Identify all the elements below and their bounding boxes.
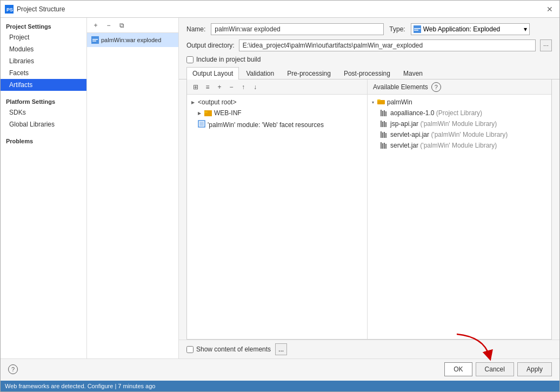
- output-dir-label: Output directory:: [186, 42, 235, 49]
- svg-rect-18: [385, 111, 386, 116]
- svg-rect-22: [385, 122, 386, 127]
- ok-button[interactable]: OK: [444, 362, 472, 376]
- available-content: ▾ palmWin: [368, 95, 551, 339]
- tab-maven[interactable]: Maven: [397, 67, 429, 79]
- sidebar-item-libraries[interactable]: Libraries: [1, 55, 86, 67]
- close-button[interactable]: ✕: [544, 4, 555, 15]
- sidebar: Project Settings Project Modules Librari…: [1, 18, 87, 358]
- jar-icon: [381, 120, 388, 128]
- svg-rect-2: [91, 36, 99, 44]
- bottom-strip: Show content of elements ...: [179, 340, 559, 358]
- svg-rect-3: [92, 39, 98, 40]
- sidebar-item-modules[interactable]: Modules: [1, 43, 86, 55]
- tree-remove-btn[interactable]: −: [226, 82, 237, 92]
- folder-icon: [377, 98, 385, 106]
- avail-item-servlet: servlet.jar ('palmWin' Module Library): [368, 140, 551, 151]
- tree-sort-btn[interactable]: ≡: [202, 82, 213, 92]
- svg-rect-29: [384, 143, 385, 149]
- jar-icon: [381, 131, 388, 138]
- type-select[interactable]: Web Application: Exploded ▾: [411, 23, 530, 35]
- add-artifact-button[interactable]: +: [90, 20, 101, 31]
- tree-move-down-btn[interactable]: ↓: [250, 82, 261, 92]
- name-type-row: Name: Type: Web Application: Exploded: [186, 23, 552, 35]
- svg-rect-15: [381, 110, 382, 116]
- svg-rect-7: [414, 30, 418, 31]
- avail-item-jsp-api: jsp-api.jar ('palmWin' Module Library): [368, 118, 551, 129]
- svg-rect-12: [199, 122, 204, 126]
- tab-content: ⊞ ≡ + − ↑ ↓ ▶ <output root> ▶: [186, 79, 552, 340]
- title-bar-left: PS Project Structure: [5, 5, 65, 14]
- tree-move-up-btn[interactable]: ↑: [238, 82, 249, 92]
- sidebar-item-project[interactable]: Project: [1, 31, 86, 43]
- tree-add-btn[interactable]: +: [214, 82, 225, 92]
- svg-text:PS: PS: [6, 7, 13, 12]
- svg-rect-4: [92, 41, 96, 42]
- platform-settings-heading: Platform Settings: [1, 95, 86, 107]
- avail-item-servlet-api: servlet-api.jar ('palmWin' Module Librar…: [368, 129, 551, 140]
- available-help-button[interactable]: ?: [431, 82, 441, 92]
- cancel-button[interactable]: Cancel: [476, 362, 514, 376]
- app-icon: PS: [5, 5, 14, 14]
- remove-artifact-button[interactable]: −: [103, 20, 114, 31]
- copy-artifact-button[interactable]: ⧉: [116, 20, 127, 31]
- name-label: Name:: [186, 25, 205, 33]
- tab-pre-processing[interactable]: Pre-processing: [281, 67, 337, 79]
- name-input[interactable]: [211, 23, 384, 35]
- sidebar-item-sdks[interactable]: SDKs: [1, 107, 86, 118]
- svg-rect-6: [414, 28, 421, 29]
- svg-rect-20: [382, 122, 383, 127]
- available-elements-panel: Available Elements ? ▾: [368, 79, 551, 339]
- include-in-build-checkbox[interactable]: [186, 56, 194, 63]
- tree-layout-btn[interactable]: ⊞: [190, 82, 201, 92]
- show-content-checkbox[interactable]: [186, 346, 194, 353]
- output-root-label: <output root>: [198, 98, 236, 106]
- sidebar-item-facets[interactable]: Facets: [1, 67, 86, 79]
- tree-module-resources[interactable]: 'palmWin' module: 'Web' facet resources: [187, 118, 367, 131]
- sidebar-item-artifacts[interactable]: Artifacts: [1, 79, 86, 91]
- browse-button[interactable]: ⋯: [540, 39, 552, 51]
- svg-rect-17: [384, 110, 385, 116]
- avail-item-label: aopalliance-1.0 (Project Library): [390, 109, 482, 117]
- avail-item-label: servlet-api.jar ('palmWin' Module Librar…: [390, 131, 508, 138]
- artifact-list-item[interactable]: palmWin:war exploded: [87, 33, 178, 47]
- svg-rect-9: [204, 111, 208, 113]
- tabs-bar: Output Layout Validation Pre-processing …: [179, 67, 559, 79]
- tree-web-inf[interactable]: ▶ WEB-INF: [187, 108, 367, 118]
- right-panel: Name: Type: Web Application: Exploded: [179, 18, 559, 358]
- module-icon: [198, 120, 205, 129]
- svg-rect-16: [382, 111, 383, 116]
- artifact-form: Name: Type: Web Application: Exploded: [179, 18, 559, 67]
- action-right: OK Cancel Apply: [444, 362, 552, 376]
- module-resources-label: 'palmWin' module: 'Web' facet resources: [208, 121, 324, 129]
- tree-root[interactable]: ▶ <output root>: [187, 97, 367, 108]
- output-dir-input[interactable]: [239, 39, 536, 51]
- title-bar: PS Project Structure ✕: [1, 1, 559, 18]
- avail-item-label: servlet.jar ('palmWin' Module Library): [390, 142, 497, 149]
- artifact-list-panel: + − ⧉ palmWin:war exploded: [87, 18, 179, 358]
- dots-button[interactable]: ...: [275, 343, 287, 355]
- show-content-label: Show content of elements: [196, 346, 271, 353]
- tab-post-processing[interactable]: Post-processing: [338, 67, 396, 79]
- apply-button[interactable]: Apply: [517, 362, 552, 376]
- svg-rect-23: [381, 131, 382, 138]
- avail-group-palmwin[interactable]: ▾ palmWin: [368, 97, 551, 108]
- show-content-row: Show content of elements: [186, 346, 271, 353]
- sidebar-item-global-libraries[interactable]: Global Libraries: [1, 118, 86, 130]
- jar-icon: [381, 142, 388, 149]
- tab-validation[interactable]: Validation: [240, 67, 280, 79]
- tree-panel: ⊞ ≡ + − ↑ ↓ ▶ <output root> ▶: [187, 79, 368, 339]
- svg-rect-5: [414, 25, 421, 33]
- jar-icon: [381, 109, 388, 117]
- available-header: Available Elements ?: [368, 79, 551, 95]
- action-row: ? OK Cancel Apply: [1, 358, 559, 381]
- type-value: Web Application: Exploded: [423, 25, 522, 33]
- artifact-name: palmWin:war exploded: [101, 37, 161, 43]
- problems-heading: Problems: [1, 135, 86, 146]
- tab-output-layout[interactable]: Output Layout: [186, 67, 239, 79]
- svg-rect-30: [385, 144, 386, 149]
- window-title: Project Structure: [17, 5, 65, 13]
- help-button[interactable]: ?: [8, 364, 18, 374]
- avail-group-label: palmWin: [387, 98, 412, 106]
- folder-icon: [204, 110, 212, 116]
- svg-rect-26: [385, 133, 386, 138]
